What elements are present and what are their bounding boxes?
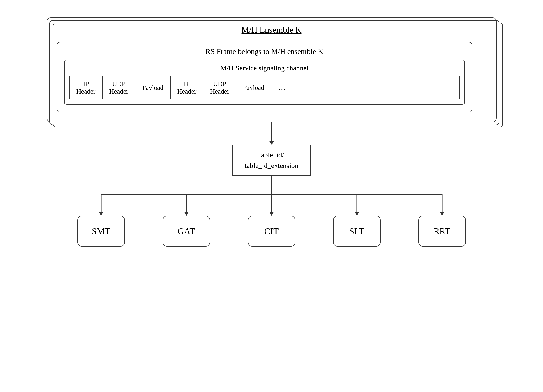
leaf-node-smt: SMT — [77, 216, 125, 247]
leaf-node-cit: CIT — [248, 216, 295, 247]
signaling-title: M/H Service signaling channel — [69, 64, 460, 72]
signaling-box: M/H Service signaling channel IPHeader U… — [64, 60, 465, 105]
diagram-container: M/H Ensemble K RS Frame belongs to M/H e… — [23, 12, 520, 380]
leaf-nodes-row: SMT GAT CIT SLT RRT — [58, 176, 485, 247]
packet-cell-6: Payload — [236, 76, 272, 99]
arrow-line-1 — [271, 122, 272, 141]
connector-section: table_id/ table_id_extension — [23, 122, 520, 247]
packet-cell-2: UDPHeader — [102, 76, 136, 99]
tree-section: SMT GAT CIT SLT RRT — [58, 176, 485, 247]
table-id-line1: table_id/ — [259, 151, 284, 159]
ensemble-box: M/H Ensemble K RS Frame belongs to M/H e… — [47, 17, 497, 122]
leaf-node-rrt: RRT — [419, 216, 466, 247]
packet-row: IPHeader UDPHeader Payload IPHeader UDPH… — [69, 76, 460, 99]
table-id-box: table_id/ table_id_extension — [232, 145, 311, 176]
leaf-node-slt: SLT — [333, 216, 380, 247]
packet-cell-1: IPHeader — [70, 76, 103, 99]
arrow-head-1 — [269, 141, 274, 145]
rs-frame-title: RS Frame belongs to M/H ensemble K — [64, 47, 465, 56]
packet-ellipsis: … — [272, 76, 292, 99]
table-id-line2: table_id_extension — [245, 162, 298, 169]
leaf-node-gat: GAT — [163, 216, 210, 247]
packet-cell-3: Payload — [136, 76, 170, 99]
packet-cell-4: IPHeader — [170, 76, 204, 99]
ensemble-title: M/H Ensemble K — [57, 25, 487, 35]
packet-cell-5: UDPHeader — [204, 76, 236, 99]
rs-frame-box: RS Frame belongs to M/H ensemble K M/H S… — [57, 42, 472, 112]
